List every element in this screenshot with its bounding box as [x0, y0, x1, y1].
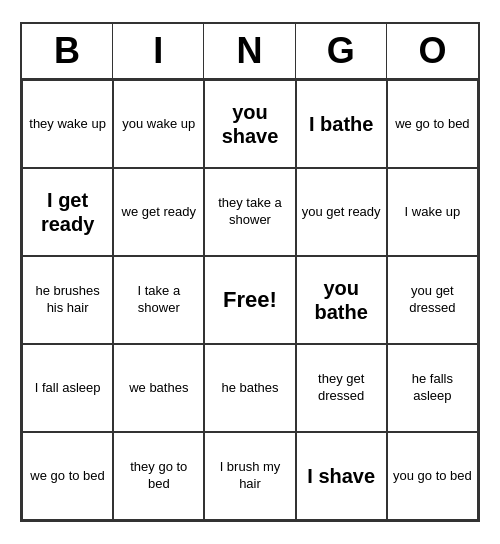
bingo-cell: they take a shower	[204, 168, 295, 256]
bingo-cell: he brushes his hair	[22, 256, 113, 344]
bingo-cell: they go to bed	[113, 432, 204, 520]
header-letter: I	[113, 24, 204, 78]
bingo-cell: we get ready	[113, 168, 204, 256]
header-letter: G	[296, 24, 387, 78]
bingo-cell: you bathe	[296, 256, 387, 344]
bingo-cell: I fall asleep	[22, 344, 113, 432]
bingo-cell: they get dressed	[296, 344, 387, 432]
bingo-cell: Free!	[204, 256, 295, 344]
bingo-cell: I take a shower	[113, 256, 204, 344]
header-letter: B	[22, 24, 113, 78]
bingo-cell: I shave	[296, 432, 387, 520]
bingo-cell: he bathes	[204, 344, 295, 432]
bingo-cell: I bathe	[296, 80, 387, 168]
bingo-cell: I wake up	[387, 168, 478, 256]
bingo-cell: you shave	[204, 80, 295, 168]
bingo-cell: you get ready	[296, 168, 387, 256]
bingo-cell: I brush my hair	[204, 432, 295, 520]
bingo-cell: he falls asleep	[387, 344, 478, 432]
bingo-grid: they wake upyou wake upyou shaveI bathew…	[22, 80, 478, 520]
bingo-cell: we go to bed	[387, 80, 478, 168]
bingo-cell: I get ready	[22, 168, 113, 256]
bingo-header: BINGO	[22, 24, 478, 80]
header-letter: O	[387, 24, 478, 78]
bingo-cell: we go to bed	[22, 432, 113, 520]
bingo-cell: you wake up	[113, 80, 204, 168]
bingo-card: BINGO they wake upyou wake upyou shaveI …	[20, 22, 480, 522]
bingo-cell: they wake up	[22, 80, 113, 168]
header-letter: N	[204, 24, 295, 78]
bingo-cell: you get dressed	[387, 256, 478, 344]
bingo-cell: you go to bed	[387, 432, 478, 520]
bingo-cell: we bathes	[113, 344, 204, 432]
